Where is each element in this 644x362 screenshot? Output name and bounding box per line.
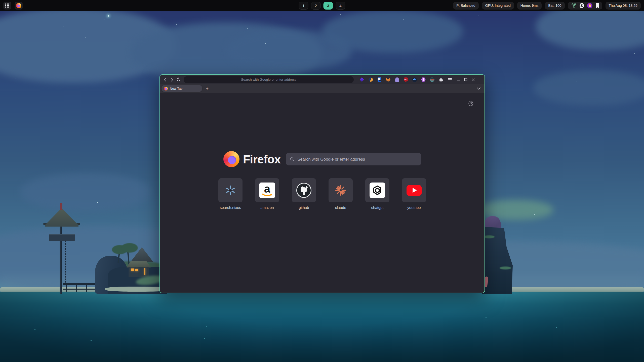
ghost-extension-icon[interactable]: [394, 77, 399, 82]
star: [265, 43, 266, 44]
star: [442, 27, 443, 27]
chevron-down-icon[interactable]: [477, 87, 480, 90]
workspace-switcher: 1 2 3 4: [299, 2, 345, 10]
forward-button[interactable]: [169, 76, 175, 83]
firefox-wordmark: Firefox: [243, 152, 281, 166]
newtab-hero: Firefox Search with Google or enter addr…: [160, 147, 485, 172]
ping-pill[interactable]: Home: 9ms: [517, 2, 542, 10]
star: [176, 24, 177, 25]
power-profile-pill[interactable]: P: Balanced: [453, 2, 479, 10]
text-caret: [269, 78, 269, 82]
firefox-window: Search with Google or enter address UO: [159, 74, 485, 293]
star: [577, 81, 577, 81]
newtab-search-input[interactable]: Search with Google or enter address: [286, 153, 421, 165]
star: [634, 53, 635, 54]
glow-dot: [91, 340, 92, 341]
workspace-1[interactable]: 1: [299, 2, 308, 10]
star: [9, 83, 9, 84]
tab-new-tab[interactable]: New Tab: [162, 85, 202, 92]
star: [16, 78, 16, 78]
workspace-3-active[interactable]: 3: [324, 2, 333, 10]
shortcut-youtube[interactable]: youtube: [402, 178, 426, 210]
github-octocat-icon: [296, 183, 311, 198]
star: [594, 131, 594, 132]
extensions-puzzle-icon[interactable]: [438, 77, 444, 82]
minimize-icon[interactable]: [457, 78, 460, 81]
cloud: [20, 173, 151, 211]
new-tab-button[interactable]: +: [206, 86, 209, 91]
star: [90, 212, 90, 212]
shortcut-search-nixos[interactable]: search.nixos: [218, 178, 243, 210]
workspace-2[interactable]: 2: [311, 2, 321, 10]
workspace-4[interactable]: 4: [336, 2, 345, 10]
claude-starburst-icon: [334, 184, 347, 197]
glow-dot: [204, 338, 205, 339]
gear-icon[interactable]: [468, 100, 473, 106]
window-controls: [457, 78, 475, 81]
gpu-pill[interactable]: GPU: Integrated: [482, 2, 514, 10]
shortcut-chatgpt[interactable]: chatgpt: [365, 178, 389, 210]
top-status-bar: 1 2 3 4 P: Balanced GPU: Integrated Home…: [0, 0, 644, 11]
search-icon: [290, 157, 294, 161]
phone-icon[interactable]: [596, 3, 599, 8]
maximize-icon[interactable]: [464, 78, 467, 81]
shortcut-amazon[interactable]: a amazon: [255, 178, 279, 210]
navigation-toolbar: Search with Google or enter address UO: [160, 75, 485, 84]
firefox-launcher-button[interactable]: [15, 2, 23, 10]
scissors-icon[interactable]: [571, 3, 576, 8]
shortcut-claude[interactable]: claude: [329, 178, 353, 210]
glow-dot: [34, 329, 35, 330]
back-arrow-icon: [163, 78, 167, 82]
newtab-search-placeholder: Search with Google or enter address: [297, 157, 365, 162]
shortcut-github[interactable]: github: [292, 178, 316, 210]
tab-title: New Tab: [170, 87, 182, 90]
star: [617, 24, 617, 25]
star: [38, 131, 38, 132]
status-area: P: Balanced GPU: Integrated Home: 9ms Ba…: [453, 2, 644, 10]
star: [374, 31, 375, 31]
battery-pill[interactable]: Bat: 100: [545, 2, 565, 10]
amazon-a-icon: a: [259, 183, 275, 198]
clock-pill[interactable]: Thu Aug 08, 18:26: [606, 2, 641, 10]
blue-arc-vpn-extension-icon[interactable]: [412, 77, 417, 82]
red-shield-adblock-extension-icon[interactable]: UO: [403, 77, 408, 82]
address-bar[interactable]: Search with Google or enter address: [184, 76, 354, 83]
star: [305, 21, 305, 21]
cloud: [533, 70, 644, 106]
shortcut-tiles: search.nixos a amazon: [160, 178, 485, 210]
star: [86, 37, 86, 38]
star: [524, 221, 524, 221]
dark-mode-extension-icon[interactable]: [368, 77, 373, 82]
ocean-shading: [0, 292, 644, 362]
system-tray: [568, 2, 602, 10]
star: [504, 36, 504, 36]
star: [115, 210, 115, 210]
purple-diamond-extension-icon[interactable]: [359, 77, 364, 82]
blue-lock-extension-icon[interactable]: [377, 77, 382, 82]
firefox-icon: [16, 3, 21, 8]
close-icon[interactable]: [471, 78, 475, 81]
new-tab-page: Firefox Search with Google or enter addr…: [160, 93, 485, 293]
star: [478, 16, 479, 16]
bluetooth-icon[interactable]: [580, 3, 584, 8]
extension-buttons: UO: [359, 77, 452, 82]
reload-button[interactable]: [175, 76, 182, 83]
hamburger-menu-icon[interactable]: [447, 77, 452, 82]
fox-wallet-extension-icon[interactable]: [386, 77, 391, 82]
star: [247, 28, 248, 29]
star: [404, 19, 404, 20]
flame-icon[interactable]: [587, 3, 592, 8]
star: [192, 36, 193, 36]
agent-face-extension-icon[interactable]: [430, 77, 435, 82]
apps-grid-button[interactable]: [3, 2, 11, 10]
star: [108, 15, 109, 17]
reload-icon: [176, 77, 181, 82]
back-button[interactable]: [162, 76, 169, 83]
firefox-logo: [223, 151, 239, 167]
star: [63, 26, 63, 27]
forward-arrow-icon: [170, 78, 174, 82]
apps-grid-icon: [5, 4, 10, 8]
launcher-area: [0, 2, 23, 10]
youtube-play-icon: [407, 185, 422, 196]
purple-hexagon-extension-icon[interactable]: [421, 77, 426, 82]
